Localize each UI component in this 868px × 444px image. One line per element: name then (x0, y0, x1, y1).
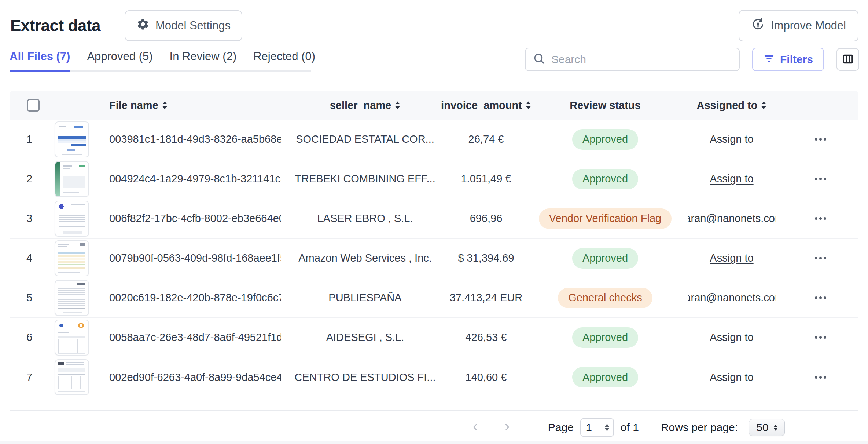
search-input[interactable] (551, 53, 732, 66)
column-header-assigned-to[interactable]: Assigned to (688, 99, 776, 112)
row-menu-button[interactable] (813, 372, 828, 382)
invoice-amount: 426,53 € (449, 331, 523, 343)
prev-page-button[interactable] (468, 420, 483, 435)
model-settings-label: Model Settings (155, 19, 231, 32)
table-row[interactable]: 4 0079b90f-0563-409d-98fd-168aee1f52... … (10, 239, 858, 278)
tab-rejected[interactable]: Rejected (0) (253, 50, 315, 70)
rows-per-page-select[interactable]: 50 (749, 419, 785, 436)
invoice-amount: 26,74 € (449, 133, 523, 145)
status-badge: Approved (572, 248, 638, 269)
file-thumbnail[interactable] (55, 201, 89, 237)
model-settings-button[interactable]: Model Settings (125, 10, 242, 41)
seller-name: Amazon Web Services , Inc. (281, 252, 449, 264)
improve-model-icon (751, 17, 765, 34)
table-row[interactable]: 7 002ed90f-6263-4a0f-8a99-9da54ce4f... C… (10, 357, 858, 397)
status-badge: General checks (558, 288, 652, 308)
page-label: Page (548, 421, 574, 434)
assign-to-link[interactable]: Assign to (710, 331, 753, 343)
status-badge: Vendor Verification Flag (539, 208, 672, 229)
row-menu-button[interactable] (813, 134, 828, 144)
table-header-row: File name seller_name invoice_amount Rev… (10, 91, 858, 120)
toolbar: Filters (525, 48, 859, 71)
table-row[interactable]: 6 0058aa7c-26e3-48d7-8a6f-49521f1d29... … (10, 318, 858, 357)
invoice-amount: $ 31,394.69 (449, 252, 523, 264)
seller-name: SOCIEDAD ESTATAL COR... (281, 133, 449, 145)
assign-to-link[interactable]: Assign to (710, 173, 753, 185)
status-badge: Approved (572, 327, 638, 348)
column-header-invoice-amount[interactable]: invoice_amount (449, 99, 523, 112)
page-title: Extract data (10, 17, 100, 35)
file-name: 006f82f2-17bc-4cfb-8002-eb3e664e0... (101, 212, 281, 225)
status-badge: Approved (572, 169, 638, 189)
chevron-right-icon (502, 422, 512, 433)
page-input[interactable] (581, 419, 601, 436)
assign-to-link[interactable]: Assign to (710, 371, 753, 383)
improve-model-label: Improve Model (771, 19, 846, 32)
pagination-footer: Page of 1 Rows per page: 50 (0, 415, 785, 440)
invoice-amount: 140,60 € (449, 371, 523, 383)
status-tabs: All Files (7) Approved (5) In Review (2)… (10, 50, 311, 72)
file-name: 0079b90f-0563-409d-98fd-168aee1f52... (101, 252, 281, 264)
chevron-left-icon (471, 422, 480, 433)
seller-name: TREBEKI COMBINING EFF... (281, 173, 449, 185)
row-index: 6 (10, 331, 43, 343)
seller-name: AIDESEGI , S.L. (281, 331, 449, 343)
column-header-seller-name[interactable]: seller_name (281, 99, 449, 112)
filters-button[interactable]: Filters (752, 48, 824, 71)
column-header-review-status: Review status (523, 99, 688, 112)
row-menu-button[interactable] (813, 253, 828, 263)
invoice-amount: 37.413,24 EUR (449, 292, 523, 304)
sort-icon[interactable] (761, 101, 766, 110)
row-index: 4 (10, 252, 43, 264)
row-menu-button[interactable] (813, 214, 828, 223)
assign-to-link[interactable]: Assign to (710, 252, 753, 264)
tab-approved[interactable]: Approved (5) (87, 50, 152, 70)
row-index: 5 (10, 292, 43, 304)
file-thumbnail[interactable] (55, 280, 89, 316)
seller-name: CENTRO DE ESTUDIOS FI... (281, 371, 449, 383)
file-thumbnail[interactable] (55, 320, 89, 356)
columns-button[interactable] (836, 48, 859, 71)
tab-in-review[interactable]: In Review (2) (170, 50, 237, 70)
file-thumbnail[interactable] (55, 240, 89, 276)
column-header-file-name[interactable]: File name (101, 99, 281, 112)
row-index: 1 (10, 133, 43, 145)
file-name: 0020c619-182e-420b-878e-19f0c6c72... (101, 292, 281, 304)
invoice-amount: 1.051,49 € (449, 173, 523, 185)
assign-to-link[interactable]: Assign to (710, 133, 753, 145)
status-badge: Approved (572, 367, 638, 387)
file-name: 003981c1-181d-49d3-8326-aa5b68e88... (101, 133, 281, 145)
table-row[interactable]: 1 003981c1-181d-49d3-8326-aa5b68e88... S… (10, 120, 858, 159)
search-box (525, 48, 740, 71)
row-menu-button[interactable] (813, 332, 828, 342)
table-row[interactable]: 3 006f82f2-17bc-4cfb-8002-eb3e664e0... L… (10, 199, 858, 239)
top-header: Extract data Model Settings Improve Mode… (10, 9, 858, 43)
file-thumbnail[interactable] (55, 359, 89, 395)
tab-all-files[interactable]: All Files (7) (10, 50, 70, 70)
files-table: File name seller_name invoice_amount Rev… (10, 91, 858, 397)
row-index: 7 (10, 371, 43, 383)
status-badge: Approved (572, 129, 638, 150)
file-name: 0058aa7c-26e3-48d7-8a6f-49521f1d29... (101, 331, 281, 343)
rows-per-page-value: 50 (756, 421, 768, 434)
row-menu-button[interactable] (813, 174, 828, 184)
improve-model-button[interactable]: Improve Model (739, 10, 858, 41)
filters-label: Filters (780, 53, 813, 66)
page-stepper[interactable] (601, 419, 613, 436)
select-all-checkbox[interactable] (27, 99, 40, 112)
sort-icon[interactable] (162, 101, 168, 110)
row-index: 3 (10, 212, 43, 225)
table-row[interactable]: 5 0020c619-182e-420b-878e-19f0c6c72... P… (10, 278, 858, 318)
row-index: 2 (10, 173, 43, 185)
sort-icon[interactable] (395, 101, 400, 110)
row-menu-button[interactable] (813, 293, 828, 303)
table-row[interactable]: 2 004924c4-1a29-4979-8c1b-321141ca4... T… (10, 159, 858, 199)
gear-icon (136, 18, 150, 34)
page-number-field (580, 418, 614, 437)
seller-name: PUBLIESPAÑA (281, 292, 449, 304)
next-page-button[interactable] (500, 420, 514, 435)
file-thumbnail[interactable] (55, 121, 89, 157)
bottom-strip (0, 441, 868, 444)
select-arrows-icon (774, 425, 777, 431)
file-thumbnail[interactable] (55, 161, 89, 197)
